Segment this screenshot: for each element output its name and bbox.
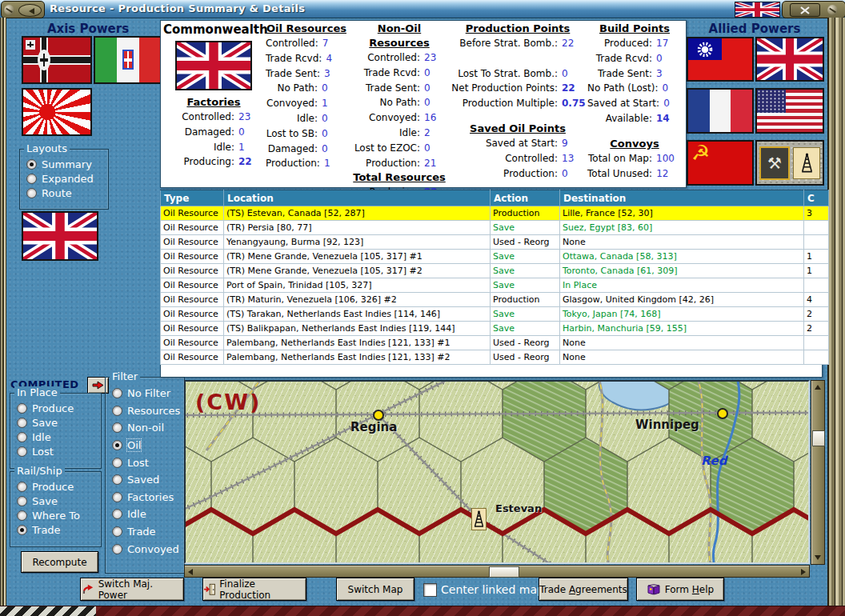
in-place-radio-option[interactable]: Idle (10, 430, 101, 444)
table-row[interactable]: Oil Resource (TS) Balikpapan, Netherland… (161, 322, 829, 336)
city-dot-winnipeg[interactable] (717, 408, 728, 419)
in-place-radio-option[interactable]: Lost (10, 444, 101, 458)
flag-italy[interactable] (94, 36, 162, 84)
map-horizontal-scrollbar[interactable] (184, 565, 810, 578)
stat-row: No Path:0 (266, 81, 347, 96)
flag-japan[interactable] (22, 88, 92, 136)
rail-ship-radio-option[interactable]: Produce (10, 479, 101, 494)
total-resources-header: Total Resources (349, 170, 450, 185)
table-row[interactable]: Oil Resource (TR) Mene Grande, Venezuela… (161, 250, 829, 264)
table-row[interactable]: Oil Resource Palembang, Netherlands East… (161, 350, 829, 365)
radio-label: Non-oil (127, 422, 164, 434)
filter-radio-option[interactable]: Oil (106, 437, 184, 454)
stat-row: Idle:1 (163, 140, 264, 155)
flag-uk-allied[interactable] (755, 37, 824, 82)
stat-row: Saved at Start:9 (448, 136, 587, 151)
cell-destination: Ottawa, Canada [58, 313] (560, 250, 804, 264)
table-row[interactable]: Oil Resource Port of Spain, Trinidad [10… (161, 278, 829, 293)
cell-destination: Harbin, Manchuria [59, 155] (560, 322, 804, 336)
table-row[interactable]: Oil Resource (TR) Maturin, Venezuela [10… (161, 293, 829, 307)
radio-icon (112, 474, 122, 485)
rail-ship-radio-option[interactable]: Save (10, 494, 101, 508)
radio-icon (112, 388, 122, 398)
table-row[interactable]: Oil Resource (TR) Mene Grande, Venezuela… (161, 264, 829, 278)
cell-destination: Toronto, Canada [61, 309] (560, 264, 804, 278)
stats-build-column: Build Points Produced:17Trade Rcvd:0Trad… (587, 22, 682, 186)
window-menu-button[interactable] (18, 4, 42, 17)
cell-action: Save (491, 322, 560, 336)
flag-germany[interactable] (22, 36, 92, 84)
finalize-production-button[interactable]: Finalize Production (202, 578, 306, 601)
stat-row: Saved at Start:0 (587, 96, 682, 111)
table-row[interactable]: Oil Resource (TR) Persia [80, 77] Save S… (161, 221, 829, 235)
title-bar[interactable]: Resource - Production Summary & Details (0, 0, 845, 18)
close-icon (800, 6, 810, 14)
resource-icons-panel[interactable]: ⚒ (755, 140, 824, 186)
in-place-group: In Place Produce Save Idle (10, 393, 102, 469)
radio-label: Idle (32, 431, 51, 443)
switch-map-button[interactable]: Switch Map (336, 578, 414, 601)
stat-row: No Path (Lost):0 (587, 81, 682, 96)
filter-radio-option[interactable]: Factories (106, 489, 184, 506)
radio-label: Where To (32, 510, 80, 522)
filter-radio-option[interactable]: Non-oil (106, 419, 184, 437)
stat-row: Convoyed:16 (349, 110, 450, 126)
flag-usa[interactable] (755, 88, 824, 134)
layouts-group-title: Layouts (24, 142, 70, 154)
filter-radio-option[interactable]: Idle (106, 506, 184, 523)
flag-france[interactable] (687, 88, 754, 134)
city-dot-regina[interactable] (373, 410, 384, 421)
flag-ussr[interactable]: ☭ (687, 140, 754, 186)
help-book-icon (647, 584, 661, 595)
filter-radio-option[interactable]: Resources (106, 402, 184, 420)
col-header-destination[interactable]: Destination (560, 190, 804, 206)
in-place-radio-option[interactable]: Save (10, 415, 101, 430)
center-linked-map-checkbox[interactable] (423, 583, 437, 597)
col-header-type[interactable]: Type (161, 190, 224, 206)
build-points-header: Build Points (587, 22, 682, 36)
table-row[interactable]: Oil Resource Yenangyaung, Burma [92, 123… (161, 235, 829, 250)
trade-agreements-button[interactable]: Trade Agreements (539, 578, 628, 601)
table-row[interactable]: Oil Resource (TS) Tarakan, Netherlands E… (161, 307, 829, 322)
rail-ship-radio-option[interactable]: Trade (10, 522, 101, 537)
stat-row: Trade Sent:0 (349, 81, 450, 96)
table-row[interactable]: Oil Resource Palembang, Netherlands East… (161, 336, 829, 350)
filter-radio-option[interactable]: Saved (106, 471, 184, 489)
scroll-left-icon[interactable] (188, 569, 193, 575)
map-viewport[interactable]: (CW) Regina Winnipeg Estevan Red (184, 380, 810, 564)
scroll-up-icon[interactable] (815, 385, 821, 390)
layout-radio-option[interactable]: Expanded (20, 171, 108, 186)
recompute-button[interactable]: Recompute (21, 551, 98, 573)
flag-china[interactable] (687, 37, 754, 82)
col-header-convoy[interactable]: C (804, 190, 829, 206)
cell-convoy: 1 (804, 250, 829, 264)
filter-radio-option[interactable]: Convoyed (106, 540, 184, 558)
filter-radio-option[interactable]: No Filter (106, 385, 184, 402)
flag-commonwealth-sidebar[interactable] (22, 211, 98, 261)
vertical-scroll-thumb[interactable] (812, 430, 825, 446)
layout-radio-option[interactable]: Route (20, 186, 108, 200)
rail-ship-radio-option[interactable]: Where To (10, 508, 101, 522)
in-place-radio-option[interactable]: Produce (10, 401, 101, 415)
horizontal-scroll-thumb[interactable] (489, 566, 519, 578)
scroll-down-icon[interactable] (815, 555, 821, 560)
col-header-action[interactable]: Action (491, 190, 560, 206)
map-vertical-scrollbar[interactable] (811, 380, 825, 565)
radio-label: Resources (127, 405, 180, 417)
col-header-location[interactable]: Location (224, 190, 491, 206)
flag-commonwealth-stats (175, 41, 252, 90)
form-help-button[interactable]: Form Help (636, 578, 724, 601)
city-label-winnipeg: Winnipeg (635, 418, 699, 432)
stat-row: Lost to SB:0 (266, 126, 347, 142)
estevan-oil-derrick-icon[interactable] (471, 508, 487, 530)
table-row[interactable]: Oil Resource (TS) Estevan, Canada [52, 2… (161, 206, 829, 221)
filter-radio-option[interactable]: Trade (106, 523, 184, 541)
scroll-right-icon[interactable] (801, 569, 806, 575)
switch-major-power-button[interactable]: Switch Maj. Power (80, 578, 184, 601)
layout-radio-option[interactable]: Summary (20, 157, 108, 171)
cell-action: Used - Reorg (491, 336, 560, 350)
close-button[interactable] (790, 3, 820, 17)
allied-powers-title: Allied Powers (684, 22, 825, 36)
cell-destination: None (560, 350, 804, 365)
filter-radio-option[interactable]: Lost (106, 454, 184, 471)
